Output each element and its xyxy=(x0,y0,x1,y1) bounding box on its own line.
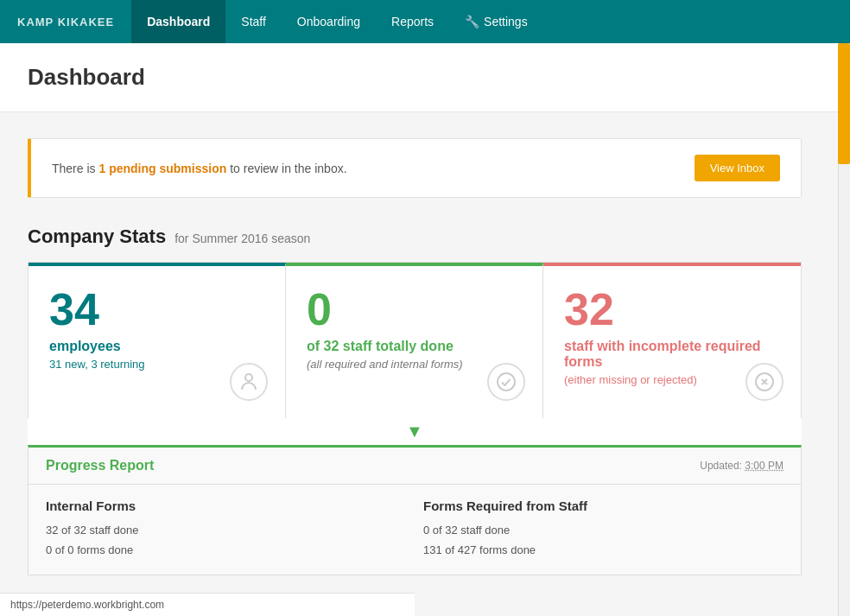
svg-point-0 xyxy=(245,374,252,381)
wrench-icon: 🔧 xyxy=(465,15,479,29)
main-nav: KAMP KIKAKEE Dashboard Staff Onboarding … xyxy=(0,0,850,43)
internal-forms-done: 0 of 0 forms done xyxy=(46,543,133,556)
nav-onboarding[interactable]: Onboarding xyxy=(282,0,376,43)
stats-grid: 34 employees 31 new, 3 returning 0 of 32… xyxy=(28,262,802,419)
main-content: There is 1 pending submission to review … xyxy=(0,112,829,601)
required-staff-done: 0 of 32 staff done xyxy=(423,524,510,537)
scroll-thumb[interactable] xyxy=(838,43,850,164)
person-icon xyxy=(230,363,268,401)
svg-point-1 xyxy=(498,373,515,391)
internal-staff-done: 32 of 32 staff done xyxy=(46,524,138,537)
x-circle-icon xyxy=(745,363,783,401)
progress-columns: Internal Forms 32 of 32 staff done 0 of … xyxy=(29,485,801,575)
stats-season: for Summer 2016 season xyxy=(174,232,310,245)
nav-staff[interactable]: Staff xyxy=(225,0,282,43)
notification-banner: There is 1 pending submission to review … xyxy=(28,138,802,198)
stat-card-incomplete: 32 staff with incomplete required forms … xyxy=(543,263,801,418)
stat-card-employees: 34 employees 31 new, 3 returning xyxy=(29,263,286,418)
page-header: Dashboard xyxy=(0,43,850,112)
employees-sublabel: 31 new, 3 returning xyxy=(49,358,264,371)
pending-count: 1 pending submission xyxy=(98,162,226,175)
employees-number: 34 xyxy=(49,287,264,332)
status-bar: https://peterdemo.workbright.com xyxy=(0,593,415,601)
incomplete-label: staff with incomplete required forms xyxy=(564,339,780,370)
check-circle-icon xyxy=(487,363,525,401)
progress-chevron: ▼ xyxy=(28,418,802,445)
progress-report-title: Progress Report xyxy=(46,458,154,473)
required-forms-col: Forms Required from Staff 0 of 32 staff … xyxy=(423,499,783,561)
done-label: of 32 staff totally done xyxy=(307,339,522,354)
nav-reports[interactable]: Reports xyxy=(376,0,449,43)
internal-forms-heading: Internal Forms xyxy=(46,499,406,513)
notification-text: There is 1 pending submission to review … xyxy=(52,162,688,175)
nav-dashboard[interactable]: Dashboard xyxy=(131,0,225,43)
required-forms-heading: Forms Required from Staff xyxy=(423,499,783,513)
employees-label: employees xyxy=(49,339,264,354)
progress-report-header: Progress Report Updated: 3:00 PM xyxy=(29,448,801,485)
view-inbox-button[interactable]: View Inbox xyxy=(695,155,780,181)
progress-report: Progress Report Updated: 3:00 PM Interna… xyxy=(28,445,802,575)
progress-updated: Updated: 3:00 PM xyxy=(700,460,783,472)
stats-heading: Company Stats for Summer 2016 season xyxy=(28,225,802,248)
brand-logo: KAMP KIKAKEE xyxy=(17,16,114,29)
incomplete-number: 32 xyxy=(564,287,780,332)
stats-title: Company Stats xyxy=(28,225,166,248)
status-url: https://peterdemo.workbright.com xyxy=(10,599,164,601)
done-number: 0 xyxy=(307,287,522,332)
page-title: Dashboard xyxy=(28,64,822,91)
nav-settings[interactable]: 🔧 Settings xyxy=(449,0,543,43)
stat-card-done: 0 of 32 staff totally done (all required… xyxy=(286,263,543,418)
scroll-track[interactable] xyxy=(838,43,850,601)
done-sublabel: (all required and internal forms) xyxy=(307,358,522,371)
progress-time: 3:00 PM xyxy=(745,460,783,472)
required-forms-done: 131 of 427 forms done xyxy=(423,543,536,556)
internal-forms-col: Internal Forms 32 of 32 staff done 0 of … xyxy=(46,499,406,561)
